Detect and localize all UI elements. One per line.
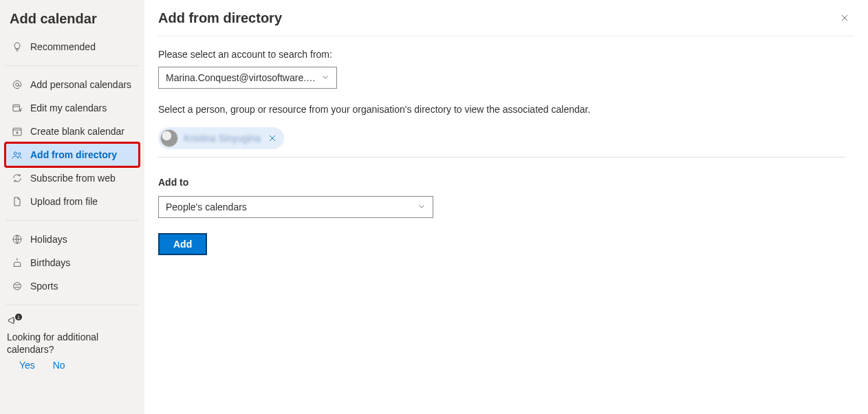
sidebar-item-birthdays[interactable]: Birthdays bbox=[6, 251, 139, 274]
sidebar-item-label: Recommended bbox=[30, 41, 96, 52]
feedback-question: Looking for additional calendars? bbox=[7, 331, 138, 356]
close-icon bbox=[267, 133, 278, 144]
close-button[interactable] bbox=[835, 8, 854, 28]
person-pill: Kristina Sinyugina bbox=[158, 127, 284, 149]
lightbulb-icon bbox=[11, 41, 23, 53]
svg-rect-1 bbox=[13, 105, 19, 111]
sidebar-item-personal[interactable]: Add personal calendars bbox=[6, 73, 139, 96]
add-to-label: Add to bbox=[158, 177, 854, 188]
close-icon bbox=[839, 12, 850, 23]
at-icon bbox=[11, 78, 23, 91]
sidebar-item-subscribe[interactable]: Subscribe from web bbox=[6, 166, 139, 190]
blank-calendar-icon bbox=[11, 125, 23, 138]
cake-icon bbox=[11, 257, 23, 269]
main-panel: Add from directory Please select an acco… bbox=[144, 0, 868, 414]
sidebar-item-label: Subscribe from web bbox=[30, 173, 116, 184]
sidebar-item-sports[interactable]: Sports bbox=[6, 274, 139, 298]
sidebar-item-label: Add personal calendars bbox=[30, 79, 131, 90]
account-select-value: Marina.Conquest@virtosoftware.c… bbox=[166, 72, 320, 83]
account-select[interactable]: Marina.Conquest@virtosoftware.c… bbox=[158, 67, 337, 89]
chevron-down-icon bbox=[320, 72, 331, 85]
globe-icon bbox=[11, 233, 23, 246]
edit-calendar-icon bbox=[11, 102, 23, 114]
account-label: Please select an account to search from: bbox=[158, 49, 854, 60]
directory-description: Select a person, group or resource from … bbox=[158, 104, 854, 115]
sidebar-item-label: Upload from file bbox=[30, 196, 98, 207]
sidebar-item-label: Holidays bbox=[30, 234, 67, 245]
sidebar-title: Add calendar bbox=[0, 7, 144, 35]
add-button[interactable]: Add bbox=[158, 233, 207, 255]
sidebar-item-label: Add from directory bbox=[30, 149, 117, 160]
sidebar-item-label: Sports bbox=[30, 281, 58, 292]
sidebar-item-directory[interactable]: Add from directory bbox=[6, 143, 139, 166]
svg-point-3 bbox=[14, 152, 17, 155]
sidebar-item-label: Create blank calendar bbox=[30, 126, 124, 137]
sidebar-item-holidays[interactable]: Holidays bbox=[6, 228, 139, 251]
remove-person-button[interactable] bbox=[266, 132, 279, 144]
people-picker[interactable]: Kristina Sinyugina bbox=[158, 127, 846, 157]
svg-point-0 bbox=[16, 83, 19, 87]
add-to-select-value: People's calendars bbox=[166, 201, 247, 213]
svg-point-4 bbox=[19, 153, 21, 155]
file-icon bbox=[11, 195, 23, 208]
feedback-block: 1 Looking for additional calendars? Yes … bbox=[0, 312, 144, 371]
feedback-no-link[interactable]: No bbox=[53, 360, 65, 371]
sidebar: Add calendar Recommended Add personal ca… bbox=[0, 0, 144, 414]
person-pill-name: Kristina Sinyugina bbox=[184, 133, 261, 144]
sync-icon bbox=[11, 172, 23, 184]
add-to-select[interactable]: People's calendars bbox=[158, 196, 433, 218]
people-icon bbox=[11, 149, 23, 161]
avatar bbox=[160, 129, 178, 147]
sidebar-item-label: Birthdays bbox=[30, 257, 70, 268]
chevron-down-icon bbox=[416, 201, 427, 214]
sidebar-item-label: Edit my calendars bbox=[30, 102, 107, 113]
feedback-yes-link[interactable]: Yes bbox=[19, 360, 35, 371]
page-title: Add from directory bbox=[158, 10, 282, 26]
svg-point-6 bbox=[14, 283, 21, 290]
sports-icon bbox=[11, 280, 23, 292]
megaphone-icon: 1 bbox=[7, 315, 19, 327]
sidebar-item-recommended[interactable]: Recommended bbox=[6, 35, 139, 58]
sidebar-item-upload[interactable]: Upload from file bbox=[6, 190, 139, 213]
sidebar-item-edit[interactable]: Edit my calendars bbox=[6, 96, 139, 120]
sidebar-item-blank[interactable]: Create blank calendar bbox=[6, 120, 139, 143]
